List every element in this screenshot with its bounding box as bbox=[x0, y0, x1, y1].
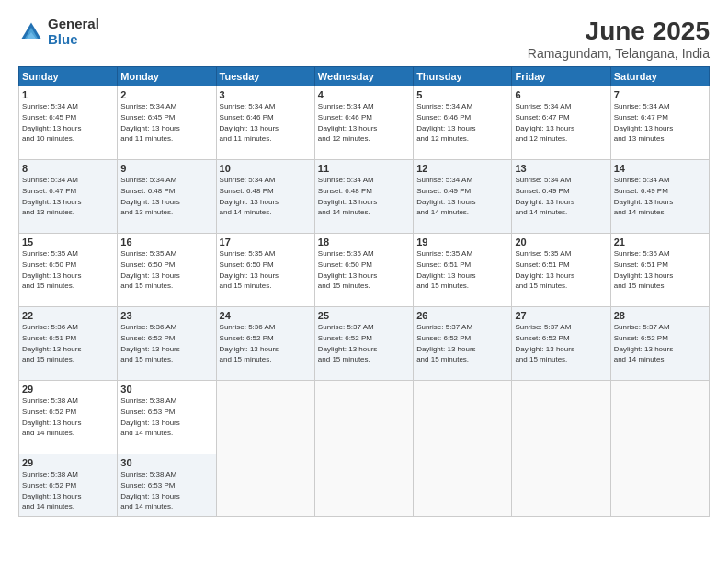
day-number: 25 bbox=[318, 310, 410, 321]
table-row bbox=[414, 381, 512, 454]
day-number: 21 bbox=[614, 236, 706, 247]
table-row bbox=[512, 454, 610, 517]
main-title: June 2025 bbox=[528, 17, 710, 46]
table-row: 26Sunrise: 5:37 AM Sunset: 6:52 PM Dayli… bbox=[414, 307, 512, 381]
table-row: 28Sunrise: 5:37 AM Sunset: 6:52 PM Dayli… bbox=[610, 307, 709, 381]
day-info: Sunrise: 5:34 AM Sunset: 6:45 PM Dayligh… bbox=[120, 102, 179, 143]
table-row: 9Sunrise: 5:34 AM Sunset: 6:48 PM Daylig… bbox=[118, 160, 216, 234]
table-row: 11Sunrise: 5:34 AM Sunset: 6:48 PM Dayli… bbox=[314, 160, 413, 234]
col-tuesday: Tuesday bbox=[216, 67, 314, 86]
day-number: 2 bbox=[120, 89, 212, 100]
table-row: 24Sunrise: 5:36 AM Sunset: 6:52 PM Dayli… bbox=[216, 307, 314, 381]
day-number: 9 bbox=[120, 163, 212, 174]
table-row: 20Sunrise: 5:35 AM Sunset: 6:51 PM Dayli… bbox=[512, 234, 610, 307]
table-row: 5Sunrise: 5:34 AM Sunset: 6:46 PM Daylig… bbox=[414, 86, 512, 160]
table-row: 29Sunrise: 5:38 AM Sunset: 6:52 PM Dayli… bbox=[19, 454, 118, 517]
day-info: Sunrise: 5:37 AM Sunset: 6:52 PM Dayligh… bbox=[515, 323, 574, 363]
day-number: 17 bbox=[220, 236, 312, 247]
calendar-week-2: 15Sunrise: 5:35 AM Sunset: 6:50 PM Dayli… bbox=[19, 234, 710, 307]
table-row: 23Sunrise: 5:36 AM Sunset: 6:52 PM Dayli… bbox=[118, 307, 216, 381]
table-row: 13Sunrise: 5:34 AM Sunset: 6:49 PM Dayli… bbox=[512, 160, 610, 234]
table-row: 30Sunrise: 5:38 AM Sunset: 6:53 PM Dayli… bbox=[118, 381, 216, 454]
day-info: Sunrise: 5:34 AM Sunset: 6:46 PM Dayligh… bbox=[318, 102, 377, 143]
col-monday: Monday bbox=[118, 67, 216, 86]
day-number: 5 bbox=[416, 89, 508, 100]
table-row bbox=[512, 381, 610, 454]
day-number: 24 bbox=[220, 310, 312, 321]
calendar-week-1: 8Sunrise: 5:34 AM Sunset: 6:47 PM Daylig… bbox=[19, 160, 710, 234]
day-info: Sunrise: 5:38 AM Sunset: 6:53 PM Dayligh… bbox=[120, 470, 179, 511]
day-info: Sunrise: 5:35 AM Sunset: 6:50 PM Dayligh… bbox=[120, 249, 179, 290]
day-info: Sunrise: 5:36 AM Sunset: 6:51 PM Dayligh… bbox=[22, 323, 81, 363]
table-row bbox=[314, 454, 413, 517]
logo-icon bbox=[18, 19, 44, 45]
day-number: 19 bbox=[416, 236, 508, 247]
table-row: 17Sunrise: 5:35 AM Sunset: 6:50 PM Dayli… bbox=[216, 234, 314, 307]
table-row bbox=[314, 381, 413, 454]
table-row: 27Sunrise: 5:37 AM Sunset: 6:52 PM Dayli… bbox=[512, 307, 610, 381]
day-info: Sunrise: 5:35 AM Sunset: 6:50 PM Dayligh… bbox=[318, 249, 377, 290]
day-number: 1 bbox=[22, 89, 114, 100]
day-number: 23 bbox=[120, 310, 212, 321]
day-info: Sunrise: 5:35 AM Sunset: 6:51 PM Dayligh… bbox=[416, 249, 475, 290]
day-number: 29 bbox=[22, 457, 114, 468]
table-row: 10Sunrise: 5:34 AM Sunset: 6:48 PM Dayli… bbox=[216, 160, 314, 234]
day-number: 18 bbox=[318, 236, 410, 247]
table-row: 8Sunrise: 5:34 AM Sunset: 6:47 PM Daylig… bbox=[19, 160, 118, 234]
day-info: Sunrise: 5:35 AM Sunset: 6:50 PM Dayligh… bbox=[22, 249, 81, 290]
day-info: Sunrise: 5:36 AM Sunset: 6:51 PM Dayligh… bbox=[614, 249, 673, 290]
table-row: 7Sunrise: 5:34 AM Sunset: 6:47 PM Daylig… bbox=[610, 86, 709, 160]
day-number: 22 bbox=[22, 310, 114, 321]
day-number: 15 bbox=[22, 236, 114, 247]
table-row: 19Sunrise: 5:35 AM Sunset: 6:51 PM Dayli… bbox=[414, 234, 512, 307]
day-info: Sunrise: 5:34 AM Sunset: 6:46 PM Dayligh… bbox=[416, 102, 475, 143]
day-info: Sunrise: 5:34 AM Sunset: 6:47 PM Dayligh… bbox=[515, 102, 574, 143]
day-info: Sunrise: 5:37 AM Sunset: 6:52 PM Dayligh… bbox=[614, 323, 673, 363]
day-info: Sunrise: 5:34 AM Sunset: 6:49 PM Dayligh… bbox=[614, 176, 673, 216]
title-block: June 2025 Ramagundam, Telangana, India bbox=[528, 17, 710, 61]
day-number: 27 bbox=[515, 310, 607, 321]
day-info: Sunrise: 5:38 AM Sunset: 6:52 PM Dayligh… bbox=[22, 396, 81, 437]
col-wednesday: Wednesday bbox=[314, 67, 413, 86]
day-info: Sunrise: 5:36 AM Sunset: 6:52 PM Dayligh… bbox=[220, 323, 279, 363]
day-info: Sunrise: 5:35 AM Sunset: 6:51 PM Dayligh… bbox=[515, 249, 574, 290]
logo-general: General bbox=[48, 17, 99, 32]
col-saturday: Saturday bbox=[610, 67, 709, 86]
table-row: 12Sunrise: 5:34 AM Sunset: 6:49 PM Dayli… bbox=[414, 160, 512, 234]
table-row: 18Sunrise: 5:35 AM Sunset: 6:50 PM Dayli… bbox=[314, 234, 413, 307]
table-row: 4Sunrise: 5:34 AM Sunset: 6:46 PM Daylig… bbox=[314, 86, 413, 160]
day-info: Sunrise: 5:34 AM Sunset: 6:47 PM Dayligh… bbox=[614, 102, 673, 143]
table-row bbox=[216, 381, 314, 454]
calendar-week-3: 22Sunrise: 5:36 AM Sunset: 6:51 PM Dayli… bbox=[19, 307, 710, 381]
day-info: Sunrise: 5:34 AM Sunset: 6:49 PM Dayligh… bbox=[416, 176, 475, 216]
day-number: 14 bbox=[614, 163, 706, 174]
table-row: 14Sunrise: 5:34 AM Sunset: 6:49 PM Dayli… bbox=[610, 160, 709, 234]
table-row: 29Sunrise: 5:38 AM Sunset: 6:52 PM Dayli… bbox=[19, 381, 118, 454]
table-row: 16Sunrise: 5:35 AM Sunset: 6:50 PM Dayli… bbox=[118, 234, 216, 307]
day-info: Sunrise: 5:36 AM Sunset: 6:52 PM Dayligh… bbox=[120, 323, 179, 363]
day-number: 29 bbox=[22, 384, 114, 395]
day-number: 11 bbox=[318, 163, 410, 174]
logo: General Blue bbox=[18, 17, 99, 47]
day-info: Sunrise: 5:34 AM Sunset: 6:48 PM Dayligh… bbox=[220, 176, 279, 216]
table-row: 2Sunrise: 5:34 AM Sunset: 6:45 PM Daylig… bbox=[118, 86, 216, 160]
day-number: 6 bbox=[515, 89, 607, 100]
day-number: 20 bbox=[515, 236, 607, 247]
day-number: 3 bbox=[220, 89, 312, 100]
day-info: Sunrise: 5:38 AM Sunset: 6:52 PM Dayligh… bbox=[22, 470, 81, 511]
day-number: 26 bbox=[416, 310, 508, 321]
calendar-table: Sunday Monday Tuesday Wednesday Thursday… bbox=[18, 66, 710, 517]
day-number: 8 bbox=[22, 163, 114, 174]
logo-text: General Blue bbox=[48, 17, 99, 47]
table-row: 30Sunrise: 5:38 AM Sunset: 6:53 PM Dayli… bbox=[118, 454, 216, 517]
table-row: 3Sunrise: 5:34 AM Sunset: 6:46 PM Daylig… bbox=[216, 86, 314, 160]
day-number: 13 bbox=[515, 163, 607, 174]
day-info: Sunrise: 5:37 AM Sunset: 6:52 PM Dayligh… bbox=[318, 323, 377, 363]
day-number: 10 bbox=[220, 163, 312, 174]
table-row bbox=[414, 454, 512, 517]
day-info: Sunrise: 5:34 AM Sunset: 6:48 PM Dayligh… bbox=[120, 176, 179, 216]
page: General Blue June 2025 Ramagundam, Telan… bbox=[0, 0, 728, 563]
col-friday: Friday bbox=[512, 67, 610, 86]
day-number: 30 bbox=[120, 384, 212, 395]
day-info: Sunrise: 5:34 AM Sunset: 6:45 PM Dayligh… bbox=[22, 102, 81, 143]
